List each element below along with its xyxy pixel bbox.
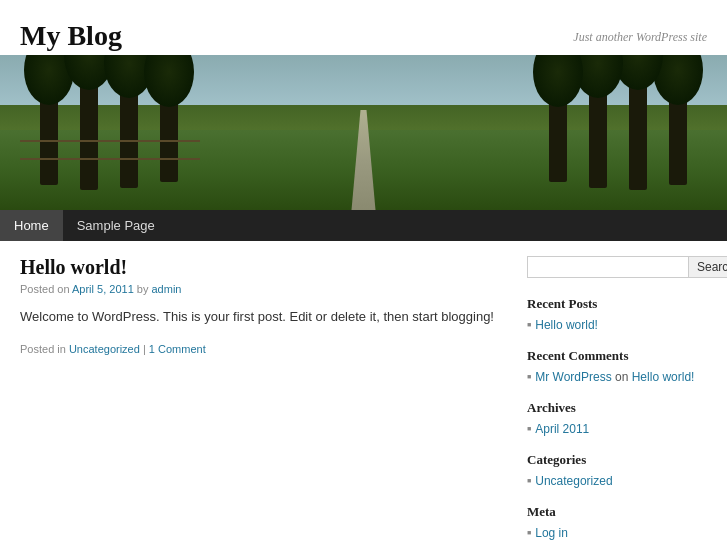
recent-comments-heading: Recent Comments	[527, 348, 707, 364]
post-content: Welcome to WordPress. This is your first…	[20, 307, 507, 328]
search-button[interactable]: Search	[689, 256, 727, 278]
recent-post-link-0[interactable]: Hello world!	[535, 318, 598, 332]
post-title: Hello world!	[20, 256, 507, 279]
list-item: Log in	[527, 526, 707, 540]
search-input[interactable]	[527, 256, 689, 278]
sidebar: Search Recent Posts Hello world! Recent …	[527, 256, 707, 545]
site-header: My Blog Just another WordPress site	[0, 0, 727, 55]
sidebar-search-form: Search	[527, 256, 707, 278]
sidebar-recent-posts: Recent Posts Hello world!	[527, 296, 707, 332]
list-item: Uncategorized	[527, 474, 707, 488]
category-link-0[interactable]: Uncategorized	[535, 474, 612, 488]
sidebar-meta: Meta Log in Entries RSS Comments RSS Wor…	[527, 504, 707, 545]
post-meta-prefix: Posted on	[20, 283, 72, 295]
hero-image	[0, 55, 727, 210]
list-item: Mr WordPress on Hello world!	[527, 370, 707, 384]
nav-link-home[interactable]: Home	[0, 210, 63, 241]
nav-item-home[interactable]: Home	[0, 210, 63, 241]
comment-author-link[interactable]: Mr WordPress	[535, 370, 611, 384]
post-separator: |	[140, 343, 149, 355]
content-wrapper: Hello world! Posted on April 5, 2011 by …	[0, 241, 727, 545]
post-footer: Posted in Uncategorized | 1 Comment	[20, 343, 507, 355]
post-category-link[interactable]: Uncategorized	[69, 343, 140, 355]
site-tagline: Just another WordPress site	[20, 30, 707, 45]
main-nav: Home Sample Page	[0, 210, 727, 241]
post: Hello world! Posted on April 5, 2011 by …	[20, 256, 507, 355]
sidebar-archives: Archives April 2011	[527, 400, 707, 436]
post-comment-link[interactable]: 1 Comment	[149, 343, 206, 355]
post-footer-prefix: Posted in	[20, 343, 69, 355]
list-item: April 2011	[527, 422, 707, 436]
archive-link-0[interactable]: April 2011	[535, 422, 589, 436]
sidebar-categories: Categories Uncategorized	[527, 452, 707, 488]
post-date-link[interactable]: April 5, 2011	[72, 283, 134, 295]
comment-post-link[interactable]: Hello world!	[632, 370, 695, 384]
main-content: Hello world! Posted on April 5, 2011 by …	[20, 256, 507, 545]
nav-item-sample[interactable]: Sample Page	[63, 210, 169, 241]
recent-posts-heading: Recent Posts	[527, 296, 707, 312]
list-item: Hello world!	[527, 318, 707, 332]
post-author-prefix: by	[134, 283, 152, 295]
meta-heading: Meta	[527, 504, 707, 520]
meta-link-0[interactable]: Log in	[535, 526, 568, 540]
comment-on-text: on	[612, 370, 632, 384]
archives-heading: Archives	[527, 400, 707, 416]
categories-heading: Categories	[527, 452, 707, 468]
post-meta: Posted on April 5, 2011 by admin	[20, 283, 507, 295]
nav-link-sample[interactable]: Sample Page	[63, 210, 169, 241]
sidebar-recent-comments: Recent Comments Mr WordPress on Hello wo…	[527, 348, 707, 384]
post-author-link[interactable]: admin	[152, 283, 182, 295]
